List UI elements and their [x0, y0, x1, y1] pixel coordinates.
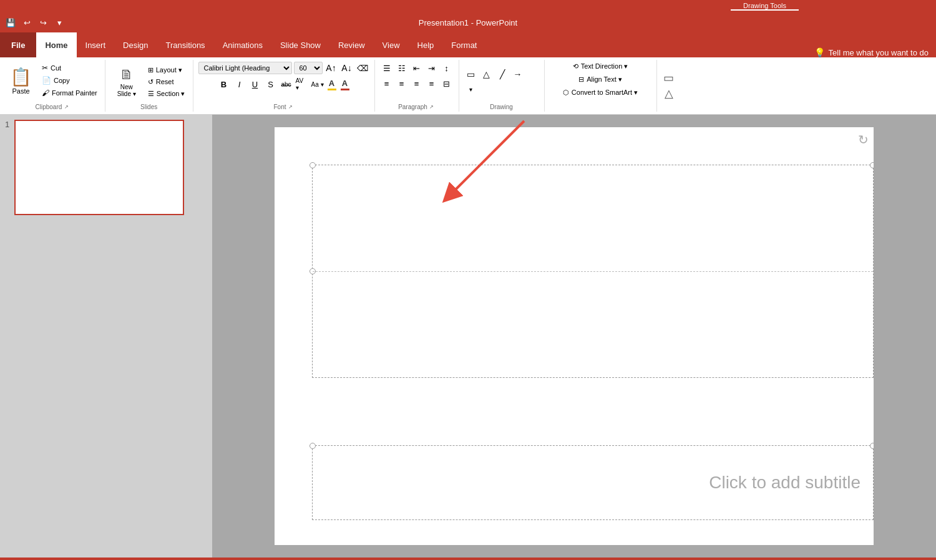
align-left-button[interactable]: ≡: [380, 77, 394, 90]
slides-label-text: Slides: [140, 104, 157, 110]
align-right-button[interactable]: ≡: [410, 77, 424, 90]
reset-icon: ↺: [148, 78, 154, 86]
underline-button[interactable]: U: [248, 77, 262, 91]
shape-outline-button[interactable]: △: [662, 87, 676, 100]
triangle-shape[interactable]: △: [480, 67, 494, 81]
line-spacing-button[interactable]: ↕: [440, 61, 454, 75]
bullets-button[interactable]: ☰: [380, 61, 394, 75]
character-spacing-button[interactable]: AV ▾: [295, 77, 309, 91]
shape-fill-button[interactable]: ▭: [662, 71, 676, 85]
ribbon-content: 📋 Paste ✂ Cut 📄 Copy 🖌 Format Painter: [0, 57, 936, 115]
align-text-button[interactable]: ⊟ Align Text ▾: [576, 74, 625, 85]
tab-insert[interactable]: Insert: [77, 32, 115, 57]
shape-styles-group: ▭ △: [657, 60, 719, 112]
canvas-area: ↻ Click to add subtitle: [212, 115, 936, 558]
paste-button[interactable]: 📋 Paste: [5, 61, 37, 102]
layout-icon: ⊞: [148, 66, 154, 74]
copy-icon: 📄: [42, 76, 51, 85]
shape-quick-styles: ▭ △: [662, 71, 676, 100]
title-textbox[interactable]: [312, 165, 874, 378]
lightbulb-icon: 💡: [814, 47, 825, 57]
paragraph-group: ☰ ☷ ⇤ ⇥ ↕ ≡ ≡ ≡ ≡ ⊟ Paragraph ↗: [375, 60, 459, 112]
tab-transitions[interactable]: Transitions: [157, 32, 214, 57]
font-color-bar: [341, 89, 349, 90]
tab-animations[interactable]: Animations: [214, 32, 271, 57]
paragraph-label-text: Paragraph: [398, 104, 427, 110]
smartart-label: Convert to SmartArt ▾: [572, 89, 638, 97]
handle-tr[interactable]: [870, 162, 874, 168]
new-slide-button[interactable]: 🗎 NewSlide ▾: [110, 64, 143, 100]
more-shapes-button[interactable]: ▾: [464, 83, 478, 97]
paragraph-expand-icon[interactable]: ↗: [429, 104, 435, 110]
format-painter-button[interactable]: 🖌 Format Painter: [39, 87, 100, 99]
strikethrough-button[interactable]: S: [264, 77, 278, 91]
tab-help[interactable]: Help: [409, 32, 443, 57]
customize-icon[interactable]: ▾: [54, 17, 65, 28]
cut-button[interactable]: ✂ Cut: [39, 62, 100, 74]
tab-view[interactable]: View: [374, 32, 409, 57]
subtitle-textbox[interactable]: Click to add subtitle: [312, 445, 874, 520]
change-case-button[interactable]: Aa ▾: [311, 77, 324, 91]
tell-me-area[interactable]: 💡 Tell me what you want to do: [807, 47, 936, 57]
redo-icon[interactable]: ↪: [37, 17, 49, 28]
slide-thumbnail[interactable]: [14, 120, 184, 215]
numbering-button[interactable]: ☷: [395, 61, 409, 75]
reset-button[interactable]: ↺ Reset: [145, 77, 188, 87]
slide-number: 1: [5, 120, 9, 129]
tab-file[interactable]: File: [0, 32, 36, 57]
font-name-select[interactable]: Calibri Light (Heading: [198, 62, 292, 74]
rectangle-shape[interactable]: ▭: [464, 67, 478, 81]
drawing-label-text: Drawing: [490, 104, 513, 110]
section-button[interactable]: ☰ Section ▾: [145, 89, 188, 99]
layout-button[interactable]: ⊞ Layout ▾: [145, 65, 188, 75]
layout-label: Layout ▾: [156, 66, 182, 74]
undo-icon[interactable]: ↩: [21, 17, 32, 28]
tell-me-text: Tell me what you want to do: [829, 48, 929, 57]
tab-home[interactable]: Home: [36, 32, 76, 57]
subtitle-placeholder[interactable]: Click to add subtitle: [709, 473, 860, 493]
tab-format[interactable]: Format: [442, 32, 485, 57]
font-size-select[interactable]: 60: [294, 62, 323, 74]
strikethrough-abc-button[interactable]: abc: [280, 77, 293, 91]
decrease-indent-button[interactable]: ⇤: [410, 61, 424, 75]
copy-button[interactable]: 📄 Copy: [39, 75, 100, 86]
font-group: Calibri Light (Heading 60 A↑ A↓ ⌫ B I U …: [193, 60, 375, 112]
subtitle-handle-tl[interactable]: [310, 443, 316, 449]
columns-button[interactable]: ⊟: [440, 77, 454, 90]
line-shape[interactable]: ╱: [495, 67, 509, 81]
clear-formatting-button[interactable]: ⌫: [356, 61, 369, 75]
shapes-area: ▭ △ ╱ → ▾: [464, 67, 539, 97]
save-icon[interactable]: 💾: [5, 17, 16, 28]
increase-indent-button[interactable]: ⇥: [425, 61, 439, 75]
convert-smartart-button[interactable]: ⬡ Convert to SmartArt ▾: [560, 87, 640, 98]
font-color-button[interactable]: A: [339, 78, 351, 91]
tab-review[interactable]: Review: [329, 32, 374, 57]
decrease-font-button[interactable]: A↓: [340, 61, 354, 75]
paste-label: Paste: [12, 87, 29, 95]
font-expand-icon[interactable]: ↗: [288, 104, 294, 110]
arrow-shape[interactable]: →: [511, 67, 525, 81]
align-center-button[interactable]: ≡: [395, 77, 409, 90]
clipboard-small-buttons: ✂ Cut 📄 Copy 🖌 Format Painter: [39, 61, 100, 102]
drawing-tools-bar: Drawing Tools: [0, 0, 936, 12]
font-highlight-button[interactable]: A: [326, 78, 338, 91]
text-direction-button[interactable]: ⟲ Text Direction ▾: [570, 61, 631, 72]
copy-label: Copy: [54, 77, 70, 84]
paragraph-group-content: ☰ ☷ ⇤ ⇥ ↕ ≡ ≡ ≡ ≡ ⊟: [380, 61, 454, 102]
tab-design[interactable]: Design: [114, 32, 157, 57]
title-bar-icons: 💾 ↩ ↪ ▾: [5, 17, 65, 28]
italic-button[interactable]: I: [233, 77, 246, 91]
subtitle-handle-tr[interactable]: [870, 443, 874, 449]
slides-group: 🗎 NewSlide ▾ ⊞ Layout ▾ ↺ Reset ☰ Sectio…: [105, 60, 193, 112]
slide-canvas[interactable]: ↻ Click to add subtitle: [275, 127, 874, 545]
clipboard-expand-icon[interactable]: ↗: [63, 104, 69, 110]
handle-tl[interactable]: [310, 162, 316, 168]
para-row-2: ≡ ≡ ≡ ≡ ⊟: [380, 77, 454, 90]
increase-font-button[interactable]: A↑: [324, 61, 338, 75]
bold-button[interactable]: B: [217, 77, 231, 91]
clipboard-label: Clipboard ↗: [5, 104, 100, 110]
drawing-tools-label: Drawing Tools: [731, 2, 799, 11]
tab-slideshow[interactable]: Slide Show: [271, 32, 329, 57]
justify-button[interactable]: ≡: [425, 77, 439, 90]
font-color-a-icon: A: [342, 79, 348, 88]
